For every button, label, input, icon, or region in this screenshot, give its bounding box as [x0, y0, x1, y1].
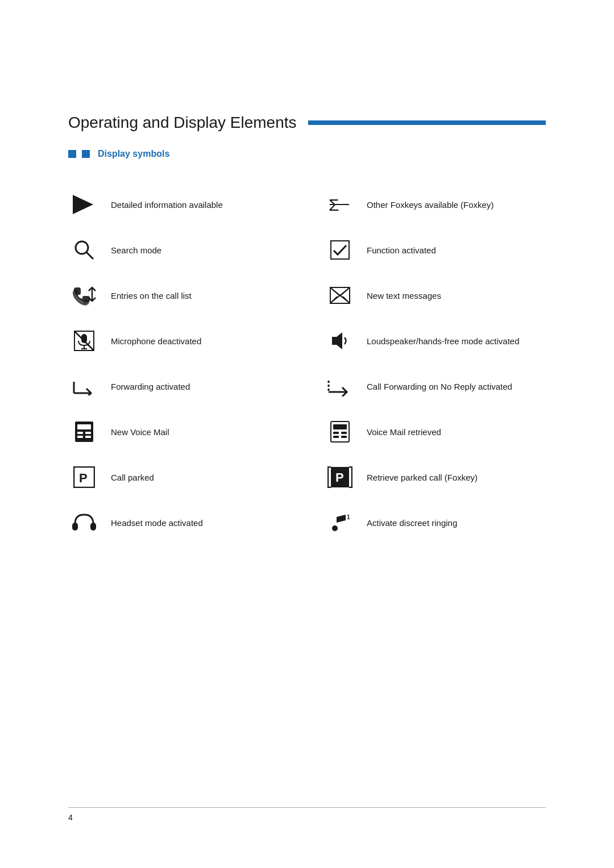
- symbol-mic-off: Microphone deactivated: [68, 318, 290, 364]
- svg-rect-33: [333, 432, 339, 434]
- symbol-new-voice-mail: New Voice Mail: [68, 409, 290, 454]
- svg-text:P: P: [335, 470, 344, 485]
- voice-mail-retrieved-label: Voice Mail retrieved: [367, 426, 441, 438]
- footer-divider: 4: [68, 807, 546, 823]
- forwarding-label: Forwarding activated: [111, 381, 190, 393]
- svg-rect-28: [77, 436, 83, 438]
- symbols-grid: Detailed information available Σ Other F…: [68, 182, 546, 545]
- symbol-detail-info: Detailed information available: [68, 182, 290, 227]
- symbol-voice-mail-retrieved: Voice Mail retrieved: [324, 409, 546, 454]
- cfnr-label: Call Forwarding on No Reply activated: [367, 381, 512, 393]
- symbol-loudspeaker: Loudspeaker/hands-free mode activated: [324, 318, 546, 364]
- new-voice-mail-label: New Voice Mail: [111, 426, 169, 438]
- symbol-headset: Headset mode activated: [68, 500, 290, 545]
- call-parked-icon: P: [68, 466, 99, 488]
- search-mode-label: Search mode: [111, 244, 161, 256]
- loudspeaker-icon: [324, 331, 355, 351]
- symbol-search-mode: Search mode: [68, 227, 290, 273]
- symbol-discreet-ringing: 1 Activate discreet ringing: [324, 500, 546, 545]
- symbol-foxkeys-available: Σ Other Foxkeys available (Foxkey): [324, 182, 546, 227]
- symbol-call-list: 📞 Entries on the call list: [68, 273, 290, 318]
- svg-line-4: [86, 252, 93, 259]
- loudspeaker-label: Loudspeaker/hands-free mode activated: [367, 335, 520, 347]
- subsection-title-text: Display symbols: [98, 149, 169, 159]
- new-text-messages-label: New text messages: [367, 290, 441, 302]
- symbol-cfnr: Call Forwarding on No Reply activated: [324, 364, 546, 409]
- svg-marker-20: [332, 332, 342, 349]
- symbol-call-parked: P Call parked: [68, 454, 290, 500]
- svg-marker-0: [73, 195, 93, 214]
- discreet-ringing-icon: 1: [324, 512, 355, 533]
- svg-point-43: [332, 525, 338, 531]
- svg-rect-34: [333, 436, 339, 438]
- svg-rect-41: [72, 523, 78, 531]
- svg-text:1: 1: [347, 514, 350, 520]
- page-content: Operating and Display Elements Display s…: [0, 0, 614, 591]
- section-title: Operating and Display Elements: [68, 114, 297, 132]
- svg-point-3: [76, 241, 88, 254]
- symbol-forwarding: Forwarding activated: [68, 364, 290, 409]
- mic-deactivated-icon: [68, 331, 99, 351]
- search-mode-icon: [68, 239, 99, 261]
- call-parked-label: Call parked: [111, 471, 154, 483]
- svg-text:P: P: [79, 471, 88, 485]
- page-footer: 4: [0, 807, 614, 823]
- svg-rect-30: [85, 436, 91, 438]
- forwarding-icon: [68, 377, 99, 395]
- retrieve-parked-label: Retrieve parked call (Foxkey): [367, 471, 478, 483]
- page-number: 4: [68, 813, 73, 822]
- cfnr-icon: [324, 376, 355, 397]
- foxkeys-available-icon: Σ: [324, 195, 355, 214]
- function-activated-label: Function activated: [367, 244, 436, 256]
- detail-info-label: Detailed information available: [111, 199, 223, 211]
- discreet-ringing-label: Activate discreet ringing: [367, 517, 457, 529]
- section-line-decoration: [308, 120, 546, 125]
- symbol-retrieve-parked: P Retrieve parked call (Foxkey): [324, 454, 546, 500]
- call-list-label: Entries on the call list: [111, 290, 192, 302]
- svg-rect-32: [333, 424, 347, 429]
- new-text-messages-icon: [324, 287, 355, 304]
- subsection-title: Display symbols: [68, 149, 546, 159]
- call-list-icon: 📞: [68, 285, 99, 306]
- svg-rect-26: [77, 424, 91, 429]
- detail-info-icon: [68, 195, 99, 214]
- foxkeys-available-label: Other Foxkeys available (Foxkey): [367, 199, 493, 211]
- symbol-new-text: New text messages: [324, 273, 546, 318]
- new-voice-mail-icon: [68, 420, 99, 443]
- headset-icon: [68, 511, 99, 534]
- svg-rect-42: [90, 523, 96, 531]
- mic-deactivated-label: Microphone deactivated: [111, 335, 201, 347]
- svg-rect-35: [341, 432, 347, 434]
- voice-mail-retrieved-icon: [324, 420, 355, 443]
- svg-rect-36: [341, 436, 347, 438]
- svg-rect-5: [331, 241, 349, 259]
- retrieve-parked-icon: P: [324, 466, 355, 488]
- section-header: Operating and Display Elements: [68, 114, 546, 132]
- symbol-function-activated: Function activated: [324, 227, 546, 273]
- svg-rect-27: [77, 432, 83, 434]
- svg-rect-29: [85, 432, 91, 434]
- function-activated-icon: [324, 240, 355, 260]
- headset-label: Headset mode activated: [111, 517, 203, 529]
